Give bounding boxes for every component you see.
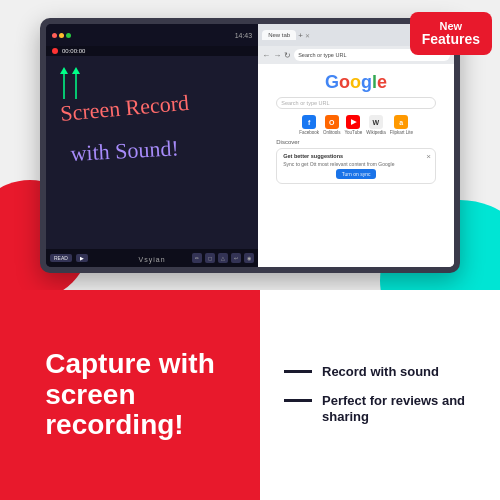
bottom-left-panel: Capture with screen recording! [0, 290, 260, 500]
discover-section: Discover [276, 139, 436, 145]
bottom-bar-icons: ✏ ◻ △ ↩ ◉ [192, 253, 254, 263]
read-button[interactable]: READ [50, 254, 72, 262]
headline-line3: recording! [45, 409, 183, 440]
svg-text:Screen Record: Screen Record [59, 90, 190, 126]
wikipedia-label: Wikipedia [366, 130, 386, 135]
recording-indicator [52, 48, 58, 54]
minimize-dot [59, 33, 64, 38]
feature-line-2 [284, 399, 312, 402]
back-button[interactable]: ← [262, 51, 270, 60]
search-placeholder: Search or type URL [281, 100, 329, 106]
handwriting-area: Screen Record with Sound! [46, 56, 258, 249]
monitor-brand: Vsyian [139, 256, 166, 263]
play-button[interactable]: ▶ [76, 254, 88, 262]
add-tab-button[interactable]: + [298, 31, 303, 40]
feature-text-2: Perfect for reviews and sharing [322, 393, 476, 427]
svg-text:with Sound!: with Sound! [70, 135, 179, 166]
shortcut-facebook[interactable]: f Facebook [299, 115, 319, 135]
main-headline: Capture with screen recording! [45, 349, 215, 441]
handwriting-svg: Screen Record with Sound! [51, 66, 251, 196]
window-controls [52, 33, 71, 38]
shortcut-amazon[interactable]: a Flipkart Lite [390, 115, 413, 135]
google-search-bar[interactable]: Search or type URL [276, 97, 436, 109]
google-g: G [325, 72, 339, 92]
new-tab[interactable]: New tab [262, 30, 296, 40]
feature-item-2: Perfect for reviews and sharing [284, 393, 476, 427]
undo-icon[interactable]: ↩ [231, 253, 241, 263]
google-o2: o [350, 72, 361, 92]
new-features-badge: New Features [410, 12, 492, 55]
youtube-label: YouTube [344, 130, 362, 135]
headline-line1: Capture with [45, 348, 215, 379]
shortcut-youtube[interactable]: ▶ YouTube [344, 115, 362, 135]
url-text: Search or type URL [298, 52, 346, 58]
browser-panel: New tab + ✕ ← → ↻ Search or type URL Goo… [258, 24, 454, 267]
toolbar-time: 14:43 [235, 32, 253, 39]
close-dot [52, 33, 57, 38]
shortcut-onlitools[interactable]: O Onlitools [323, 115, 341, 135]
headline-line2: screen [45, 379, 135, 410]
tab-close-button[interactable]: ✕ [305, 32, 310, 39]
browser-shortcuts: f Facebook O Onlitools ▶ YouTube W [299, 115, 413, 135]
google-g2: g [361, 72, 372, 92]
badge-features-label: Features [422, 32, 480, 47]
recording-timer: 00:00:00 [62, 48, 85, 54]
youtube-icon: ▶ [346, 115, 360, 129]
dismiss-banner: × Get better suggestions Sync to get Ott… [276, 148, 436, 184]
browser-content: Google Search or type URL f Facebook O O… [258, 64, 454, 267]
onlitools-label: Onlitools [323, 130, 341, 135]
bottom-right-panel: Record with sound Perfect for reviews an… [260, 290, 500, 500]
dismiss-title: Get better suggestions [283, 153, 429, 159]
feature-item-1: Record with sound [284, 364, 476, 381]
shape-icon[interactable]: △ [218, 253, 228, 263]
eraser-icon[interactable]: ◻ [205, 253, 215, 263]
facebook-icon: f [302, 115, 316, 129]
recording-toolbar: 14:43 [46, 24, 258, 46]
amazon-icon: a [394, 115, 408, 129]
maximize-dot [66, 33, 71, 38]
onlitools-icon: O [325, 115, 339, 129]
google-e: e [377, 72, 387, 92]
feature-line-1 [284, 370, 312, 373]
dismiss-text: Sync to get Ott most relevant content fr… [283, 161, 429, 167]
recording-panel: 14:43 00:00:00 [46, 24, 258, 267]
browser-tabs: New tab + ✕ [262, 30, 310, 40]
google-logo: Google [325, 72, 387, 93]
recording-controls: 00:00:00 [46, 46, 258, 56]
dismiss-close-button[interactable]: × [426, 152, 431, 161]
pencil-icon[interactable]: ✏ [192, 253, 202, 263]
wikipedia-icon: W [369, 115, 383, 129]
color-icon[interactable]: ◉ [244, 253, 254, 263]
bottom-section: Capture with screen recording! Record wi… [0, 290, 500, 500]
google-o1: o [339, 72, 350, 92]
reload-button[interactable]: ↻ [284, 51, 291, 60]
facebook-label: Facebook [299, 130, 319, 135]
amazon-label: Flipkart Lite [390, 130, 413, 135]
monitor-mockup: 14:43 00:00:00 [40, 18, 460, 273]
sync-button[interactable]: Turn on sync [336, 169, 377, 179]
feature-text-1: Record with sound [322, 364, 439, 381]
forward-button[interactable]: → [273, 51, 281, 60]
shortcut-wikipedia[interactable]: W Wikipedia [366, 115, 386, 135]
discover-label: Discover [276, 139, 299, 145]
